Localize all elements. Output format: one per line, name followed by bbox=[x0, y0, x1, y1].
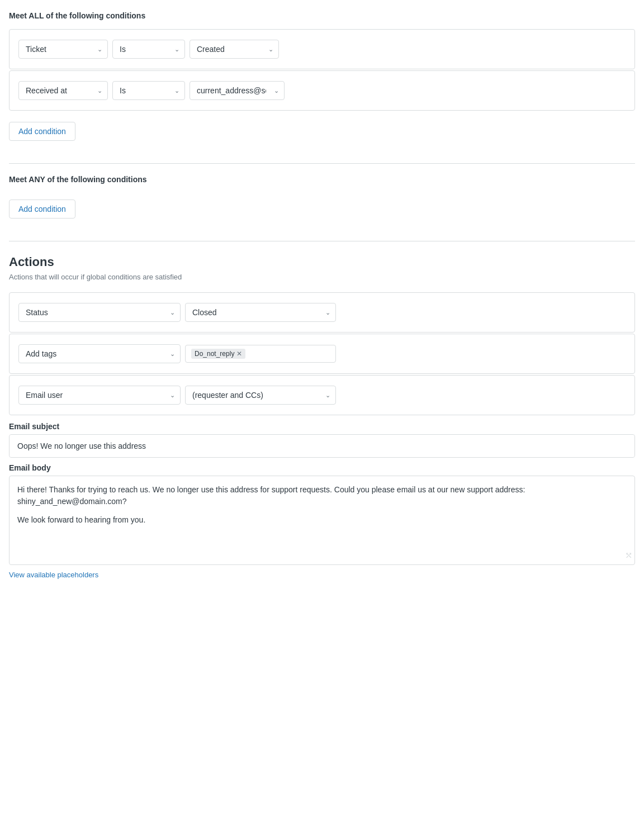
is-select-wrapper-2: Is ⌄ bbox=[112, 81, 185, 100]
received-select-wrapper: Received at ⌄ bbox=[18, 81, 108, 100]
resize-handle-icon: ⤲ bbox=[625, 549, 632, 562]
any-conditions-title: Meet ANY of the following conditions bbox=[9, 175, 635, 184]
actions-subtitle: Actions that will occur if global condit… bbox=[9, 273, 635, 281]
add-condition-any-label: Add condition bbox=[18, 205, 66, 213]
condition-row-1: Ticket ⌄ Is ⌄ Created ⌄ bbox=[9, 29, 635, 69]
email-body-label: Email body bbox=[9, 458, 635, 476]
requester-select-wrapper: (requester and CCs) ⌄ bbox=[185, 386, 336, 405]
closed-select[interactable]: Closed bbox=[185, 303, 336, 322]
email-body-line2: We look forward to hearing from you. bbox=[17, 514, 627, 526]
all-conditions-title: Meet ALL of the following conditions bbox=[9, 11, 635, 20]
email-subject-input[interactable] bbox=[10, 435, 634, 457]
add-tags-select-wrapper: Add tags ⌄ bbox=[18, 344, 181, 363]
created-select-wrapper: Created ⌄ bbox=[190, 40, 279, 59]
created-select[interactable]: Created bbox=[190, 40, 279, 59]
any-conditions-section: Meet ANY of the following conditions Add… bbox=[9, 175, 635, 230]
condition-row-2: Received at ⌄ Is ⌄ current_address@se...… bbox=[9, 70, 635, 111]
all-conditions-section: Meet ALL of the following conditions Tic… bbox=[9, 11, 635, 152]
address-select[interactable]: current_address@se... bbox=[190, 81, 285, 100]
actions-section: Actions Actions that will occur if globa… bbox=[9, 255, 635, 579]
email-subject-section: Email subject bbox=[9, 416, 635, 458]
tag-remove-icon[interactable]: ✕ bbox=[236, 350, 242, 357]
all-conditions-group: Ticket ⌄ Is ⌄ Created ⌄ Received a bbox=[9, 29, 635, 111]
action-row-tags: Add tags ⌄ Do_not_reply ✕ bbox=[9, 334, 635, 374]
add-condition-all-label: Add condition bbox=[18, 127, 66, 136]
action-row-status: Status ⌄ Closed ⌄ bbox=[9, 292, 635, 333]
view-placeholders-link[interactable]: View available placeholders bbox=[9, 571, 98, 579]
email-subject-label: Email subject bbox=[9, 416, 635, 434]
status-select[interactable]: Status bbox=[18, 303, 181, 322]
add-condition-all-button[interactable]: Add condition bbox=[9, 122, 75, 141]
email-user-select[interactable]: Email user bbox=[18, 386, 181, 405]
ticket-select[interactable]: Ticket bbox=[18, 40, 108, 59]
status-select-wrapper: Status ⌄ bbox=[18, 303, 181, 322]
add-tags-select[interactable]: Add tags bbox=[18, 344, 181, 363]
tag-input-wrapper[interactable]: Do_not_reply ✕ bbox=[185, 345, 336, 363]
email-body-section: Email body Hi there! Thanks for trying t… bbox=[9, 458, 635, 565]
is-select-wrapper-1: Is ⌄ bbox=[112, 40, 185, 59]
email-user-select-wrapper: Email user ⌄ bbox=[18, 386, 181, 405]
received-select[interactable]: Received at bbox=[18, 81, 108, 100]
closed-select-wrapper: Closed ⌄ bbox=[185, 303, 336, 322]
actions-title: Actions bbox=[9, 255, 635, 269]
email-body-box[interactable]: Hi there! Thanks for trying to reach us.… bbox=[9, 476, 635, 565]
action-row-email-user: Email user ⌄ (requester and CCs) ⌄ bbox=[9, 375, 635, 415]
is-select-1[interactable]: Is bbox=[112, 40, 185, 59]
ticket-select-wrapper: Ticket ⌄ bbox=[18, 40, 108, 59]
address-select-wrapper: current_address@se... ⌄ bbox=[190, 81, 285, 100]
tag-chip-label: Do_not_reply bbox=[195, 350, 234, 358]
is-select-2[interactable]: Is bbox=[112, 81, 185, 100]
email-body-line1: Hi there! Thanks for trying to reach us.… bbox=[17, 484, 627, 507]
tag-chip-do-not-reply: Do_not_reply ✕ bbox=[191, 349, 245, 359]
divider-2 bbox=[9, 241, 635, 241]
email-subject-box bbox=[9, 434, 635, 458]
requester-select[interactable]: (requester and CCs) bbox=[185, 386, 336, 405]
add-condition-any-button[interactable]: Add condition bbox=[9, 200, 75, 219]
divider-1 bbox=[9, 163, 635, 164]
